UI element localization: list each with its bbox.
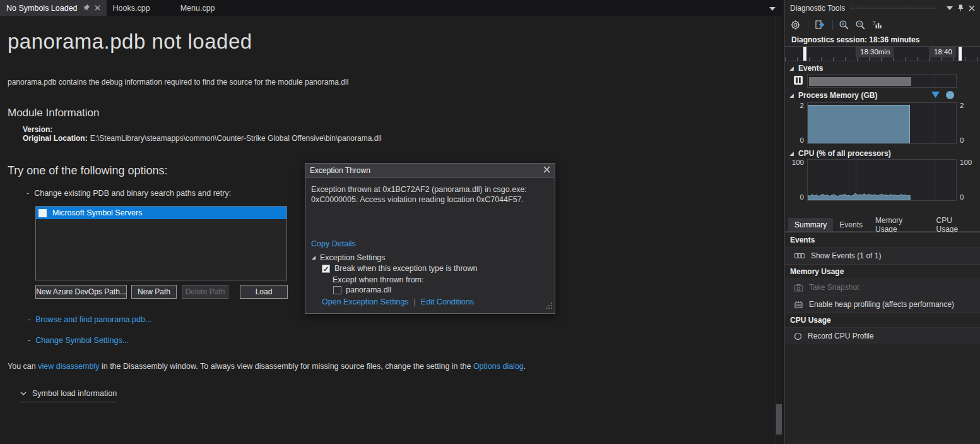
cpu-axis-min: 0 [786,193,804,201]
delete-path-button: Delete Path [182,285,228,299]
exception-settings-expander[interactable]: Exception Settings [311,253,386,262]
memory-axis-max-right: 2 [960,102,964,109]
events-glasses-icon [794,252,805,260]
new-path-button[interactable]: New Path [131,285,177,299]
gridline [935,103,935,143]
expander-label: Symbol load information [32,389,117,398]
diagnostics-toolbar: ? [785,17,980,32]
module-information-heading: Module Information [8,107,775,119]
zoom-out-icon[interactable] [855,20,866,30]
original-location-label: Original Location: [23,134,88,143]
cpu-area-svg [808,160,956,200]
summary-content: Events Show Events (1 of 1) Memory Usage… [785,232,980,344]
record-circle-icon [794,332,802,340]
events-track-icon [793,75,803,87]
close-icon[interactable] [969,5,975,11]
pin-icon[interactable] [83,4,90,11]
close-icon[interactable] [95,5,100,11]
change-symbol-settings-link[interactable]: Change Symbol Settings... [35,336,129,345]
dialog-links: Open Exception Settings | Edit Condition… [322,297,474,306]
cpu-axis-min-right: 0 [960,193,964,201]
resize-grip[interactable] [545,302,553,311]
cpu-area-polygon [808,193,910,200]
toolbar-separator [832,20,833,30]
new-azure-devops-path-button[interactable]: New Azure DevOps Path... [35,285,127,299]
heap-profiling-row[interactable]: Enable heap profiling (affects performan… [785,296,980,313]
disassembly-note: You can view disassembly in the Disassem… [8,362,775,371]
zoom-in-icon[interactable] [839,20,849,30]
diagnostics-tab-strip: Summary Events Memory Usage CPU Usage [785,218,980,232]
list-item-microsoft-symbol-servers[interactable]: Microsoft Symbol Servers [36,207,286,219]
settings-gear-icon[interactable] [790,20,801,30]
panel-titlebar[interactable]: Diagnostic Tools [785,0,980,16]
heap-chip-icon [794,301,803,309]
window-position-chevron-icon[interactable] [947,6,953,10]
edit-conditions-link[interactable]: Edit Conditions [421,297,474,306]
symbol-server-checkbox[interactable] [38,209,47,217]
heap-profiling-label[interactable]: Enable heap profiling (affects performan… [809,300,954,309]
tab-list-chevron-icon[interactable] [769,4,776,13]
show-events-link[interactable]: Show Events (1 of 1) [811,251,881,260]
selection-start-marker[interactable] [803,47,806,61]
exception-message: Exception thrown at 0x1BC72AF2 (panorama… [311,184,548,205]
record-cpu-label[interactable]: Record CPU Profile [808,332,874,340]
browse-find-pdb-link[interactable]: Browse and find panorama.pdb... [35,315,151,324]
visual-studio-window: No Symbols Loaded Hooks.cpp Menu.cpp pan… [0,0,980,444]
note-text: You can [8,362,38,371]
original-location-row: Original Location:E:\SteamLibrary\steama… [23,134,775,143]
show-events-row[interactable]: Show Events (1 of 1) [785,247,980,264]
close-icon[interactable] [543,166,550,175]
expanded-triangle-icon [789,66,794,71]
select-tool-icon[interactable] [814,20,825,30]
selection-end-marker[interactable] [959,47,962,61]
tab-menu-cpp[interactable]: Menu.cpp [174,0,221,16]
tab-label: Hooks.cpp [113,4,150,13]
pin-icon[interactable] [957,4,964,12]
tab-no-symbols-loaded[interactable]: No Symbols Loaded [0,0,107,16]
original-location-value: E:\SteamLibrary\steamapps\common\Counter… [90,134,382,143]
dash-bullet: - [28,315,30,324]
cpu-section-header[interactable]: CPU (% of all processors) [785,148,980,159]
exception-message-line2: 0xC0000005: Access violation reading loc… [311,195,548,205]
tab-label: Menu.cpp [180,4,215,13]
dialog-titlebar[interactable]: Exception Thrown [305,164,555,178]
tab-events[interactable]: Events [833,218,869,231]
record-cpu-row[interactable]: Record CPU Profile [785,327,980,344]
gridline [935,75,935,87]
editor-vertical-scrollbar[interactable] [775,16,782,444]
version-row: Version: [23,125,775,134]
memory-legend-dot-icon[interactable] [946,91,954,99]
copy-details-link[interactable]: Copy Details [311,239,356,248]
toolbar-separator [808,20,808,30]
panorama-dll-checkbox[interactable] [333,286,341,294]
load-button[interactable]: Load [240,285,288,299]
panorama-dll-option[interactable]: panorama.dll [333,285,391,294]
memory-section-label: Process Memory (GB) [798,91,877,100]
events-section-header[interactable]: Events [785,63,980,73]
exception-settings-label: Exception Settings [320,253,386,262]
exception-thrown-dialog: Exception Thrown Exception thrown at 0x1… [305,163,555,314]
change-settings-option: -Change Symbol Settings... [28,336,775,345]
summary-memory-header: Memory Usage [785,264,980,279]
chevron-down-icon [20,392,27,395]
symbol-paths-listbox[interactable]: Microsoft Symbol Servers [35,206,287,280]
break-checkbox-checked[interactable]: ✓ [322,265,330,273]
page-title: panorama.pdb not loaded [8,30,775,54]
options-dialog-link[interactable]: Options dialog [473,362,524,371]
memory-chart[interactable] [807,102,957,144]
scrollbar-thumb[interactable] [776,404,782,435]
cpu-chart[interactable] [807,159,957,201]
tab-memory-usage[interactable]: Memory Usage [869,218,930,231]
summary-cpu-header: CPU Usage [785,313,980,327]
reset-view-chart-icon[interactable]: ? [871,20,882,30]
snapshot-marker-icon[interactable] [931,91,940,100]
break-when-thrown-option[interactable]: ✓ Break when this exception type is thro… [322,264,478,273]
view-disassembly-link[interactable]: view disassembly [38,362,99,371]
timeline-ruler[interactable]: 18:30min 18:40 [785,46,980,61]
symbol-load-information-expander[interactable]: Symbol load information [20,389,117,402]
events-chart[interactable] [807,74,957,88]
tab-cpu-usage[interactable]: CPU Usage [930,218,980,231]
tab-hooks-cpp[interactable]: Hooks.cpp [107,0,156,16]
open-exception-settings-link[interactable]: Open Exception Settings [322,297,409,306]
tab-summary[interactable]: Summary [788,218,833,231]
